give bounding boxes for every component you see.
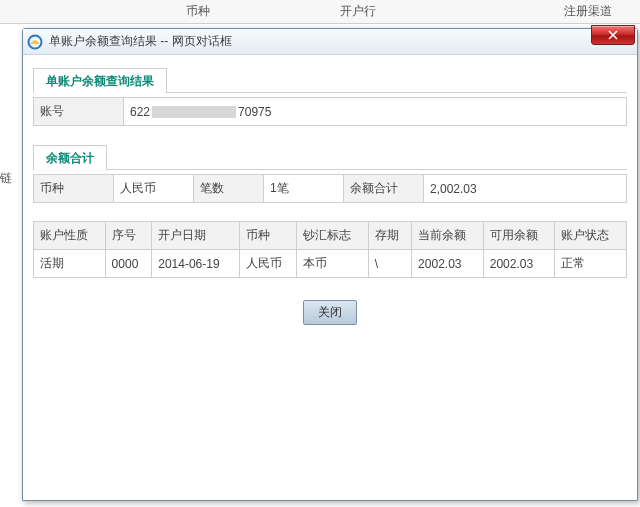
table-row: 活期 0000 2014-06-19 人民币 本币 \ 2002.03 2002… bbox=[34, 250, 627, 278]
detail-h-seq: 序号 bbox=[105, 222, 152, 250]
balance-col-total: 余额合计 bbox=[344, 175, 424, 203]
balance-section-title: 余额合计 bbox=[33, 145, 107, 171]
result-section: 单账户余额查询结果 账号 62270975 bbox=[33, 67, 627, 126]
detail-table: 账户性质 序号 开户日期 币种 钞汇标志 存期 当前余额 可用余额 账户状态 活… bbox=[33, 221, 627, 278]
detail-status: 正常 bbox=[555, 250, 627, 278]
balance-val-count: 1笔 bbox=[264, 175, 344, 203]
dialog-titlebar: 单账户余额查询结果 -- 网页对话框 bbox=[23, 29, 637, 55]
detail-notes: 本币 bbox=[297, 250, 369, 278]
detail-h-avail: 可用余额 bbox=[483, 222, 555, 250]
detail-seq: 0000 bbox=[105, 250, 152, 278]
balance-col-count: 笔数 bbox=[194, 175, 264, 203]
account-value: 62270975 bbox=[124, 98, 627, 126]
close-icon bbox=[608, 30, 618, 40]
balance-val-currency: 人民币 bbox=[114, 175, 194, 203]
bg-col-channel: 注册渠道 bbox=[564, 3, 612, 20]
detail-term: \ bbox=[368, 250, 411, 278]
detail-opendate: 2014-06-19 bbox=[152, 250, 239, 278]
account-label: 账号 bbox=[34, 98, 124, 126]
account-mask bbox=[152, 106, 236, 118]
bg-col-currency: 币种 bbox=[186, 3, 210, 20]
detail-h-current: 当前余额 bbox=[412, 222, 484, 250]
detail-h-notes: 钞汇标志 bbox=[297, 222, 369, 250]
detail-nature: 活期 bbox=[34, 250, 106, 278]
balance-section: 余额合计 币种 人民币 笔数 1笔 余额合计 2,002.03 bbox=[33, 144, 627, 203]
close-action-area: 关闭 bbox=[33, 300, 627, 325]
result-section-title: 单账户余额查询结果 bbox=[33, 68, 167, 94]
background-header: 币种 开户行 注册渠道 bbox=[0, 0, 640, 24]
dialog-title: 单账户余额查询结果 -- 网页对话框 bbox=[49, 33, 232, 50]
balance-col-currency: 币种 bbox=[34, 175, 114, 203]
detail-h-opendate: 开户日期 bbox=[152, 222, 239, 250]
detail-current: 2002.03 bbox=[412, 250, 484, 278]
detail-h-term: 存期 bbox=[368, 222, 411, 250]
ie-icon bbox=[27, 34, 43, 50]
window-close-button[interactable] bbox=[591, 25, 635, 45]
detail-currency: 人民币 bbox=[239, 250, 297, 278]
account-table: 账号 62270975 bbox=[33, 97, 627, 126]
bg-col-bank: 开户行 bbox=[340, 3, 376, 20]
background-chain-text: 链 bbox=[0, 170, 12, 187]
detail-h-nature: 账户性质 bbox=[34, 222, 106, 250]
detail-section: 账户性质 序号 开户日期 币种 钞汇标志 存期 当前余额 可用余额 账户状态 活… bbox=[33, 221, 627, 278]
close-button[interactable]: 关闭 bbox=[303, 300, 357, 325]
detail-h-currency: 币种 bbox=[239, 222, 297, 250]
detail-avail: 2002.03 bbox=[483, 250, 555, 278]
balance-val-total: 2,002.03 bbox=[424, 175, 627, 203]
dialog-window: 单账户余额查询结果 -- 网页对话框 单账户余额查询结果 账号 62270975… bbox=[22, 28, 638, 501]
dialog-body: 单账户余额查询结果 账号 62270975 余额合计 币种 人民币 笔数 bbox=[23, 55, 637, 500]
balance-table: 币种 人民币 笔数 1笔 余额合计 2,002.03 bbox=[33, 174, 627, 203]
detail-h-status: 账户状态 bbox=[555, 222, 627, 250]
